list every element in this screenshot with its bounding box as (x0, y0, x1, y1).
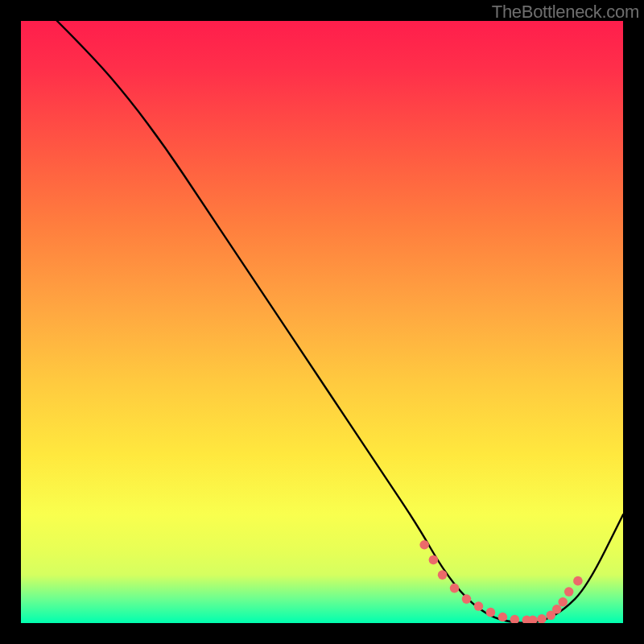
valley-marker-dot (573, 576, 583, 586)
valley-marker-dot (474, 601, 484, 611)
chart-svg (21, 21, 623, 623)
valley-marker-dot (450, 584, 460, 593)
valley-marker-dot (486, 608, 496, 617)
valley-marker-dot (558, 597, 568, 607)
valley-marker-dot (552, 605, 562, 614)
chart-frame (21, 21, 623, 623)
valley-markers (419, 540, 582, 623)
valley-marker-dot (429, 555, 439, 565)
valley-marker-dot (564, 587, 574, 597)
valley-marker-dot (510, 615, 520, 623)
valley-marker-dot (419, 540, 429, 550)
valley-marker-dot (438, 570, 448, 580)
valley-marker-dot (462, 594, 472, 604)
valley-marker-dot (498, 613, 508, 622)
valley-marker-dot (537, 614, 547, 623)
bottleneck-curve (57, 21, 623, 623)
watermark-text: TheBottleneck.com (492, 2, 639, 23)
